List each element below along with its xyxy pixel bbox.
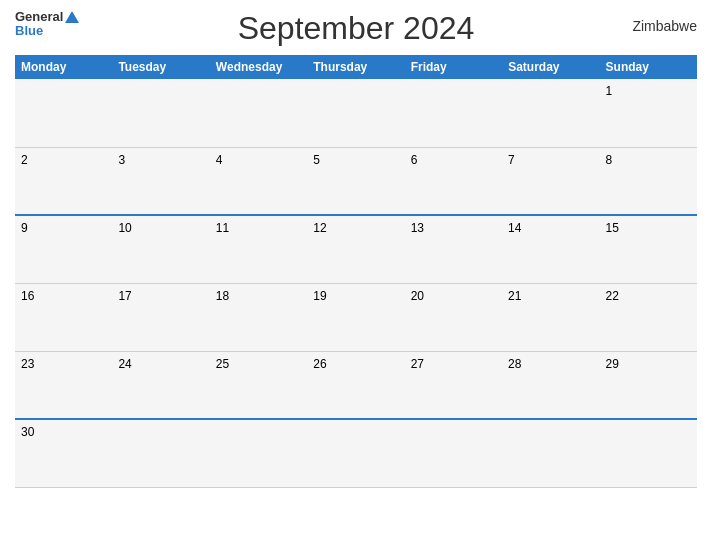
calendar-cell: 25 <box>210 351 307 419</box>
calendar-grid: 1234567891011121314151617181920212223242… <box>15 79 697 488</box>
calendar-cell: 23 <box>15 351 112 419</box>
calendar-title: September 2024 <box>238 10 475 47</box>
calendar-cell: 10 <box>112 215 209 283</box>
day-friday: Friday <box>405 55 502 79</box>
calendar-cell: 20 <box>405 283 502 351</box>
logo-general-text: General <box>15 10 63 24</box>
day-sunday: Sunday <box>600 55 697 79</box>
calendar-cell: 12 <box>307 215 404 283</box>
calendar-cell: 5 <box>307 147 404 215</box>
calendar-cell <box>405 419 502 487</box>
calendar-cell: 28 <box>502 351 599 419</box>
calendar-cell: 16 <box>15 283 112 351</box>
calendar-cell <box>600 419 697 487</box>
day-thursday: Thursday <box>307 55 404 79</box>
calendar-cell <box>502 419 599 487</box>
calendar-cell: 27 <box>405 351 502 419</box>
calendar-cell: 22 <box>600 283 697 351</box>
calendar-cell: 30 <box>15 419 112 487</box>
calendar-cell: 8 <box>600 147 697 215</box>
calendar-cell: 18 <box>210 283 307 351</box>
calendar-header: General Blue September 2024 Zimbabwe <box>15 10 697 47</box>
day-monday: Monday <box>15 55 112 79</box>
calendar-cell <box>405 79 502 147</box>
calendar-cell: 26 <box>307 351 404 419</box>
calendar-cell <box>502 79 599 147</box>
calendar-cell: 14 <box>502 215 599 283</box>
calendar-cell <box>307 419 404 487</box>
day-saturday: Saturday <box>502 55 599 79</box>
calendar-cell <box>15 79 112 147</box>
days-header: Monday Tuesday Wednesday Thursday Friday… <box>15 55 697 79</box>
calendar-cell: 15 <box>600 215 697 283</box>
day-wednesday: Wednesday <box>210 55 307 79</box>
calendar-container: General Blue September 2024 Zimbabwe Mon… <box>0 0 712 550</box>
calendar-cell <box>307 79 404 147</box>
calendar-cell: 11 <box>210 215 307 283</box>
calendar-cell: 4 <box>210 147 307 215</box>
logo: General Blue <box>15 10 79 39</box>
calendar-cell: 13 <box>405 215 502 283</box>
calendar-cell <box>112 79 209 147</box>
calendar-cell <box>210 419 307 487</box>
calendar-cell: 29 <box>600 351 697 419</box>
logo-triangle-icon <box>65 11 79 23</box>
calendar-cell: 24 <box>112 351 209 419</box>
calendar-cell: 1 <box>600 79 697 147</box>
calendar-cell: 19 <box>307 283 404 351</box>
logo-blue-text: Blue <box>15 24 43 38</box>
calendar-cell: 2 <box>15 147 112 215</box>
calendar-cell: 9 <box>15 215 112 283</box>
country-label: Zimbabwe <box>632 18 697 34</box>
calendar-cell: 21 <box>502 283 599 351</box>
calendar-cell: 3 <box>112 147 209 215</box>
calendar-cell: 17 <box>112 283 209 351</box>
day-tuesday: Tuesday <box>112 55 209 79</box>
calendar-cell: 7 <box>502 147 599 215</box>
calendar-cell <box>210 79 307 147</box>
calendar-cell: 6 <box>405 147 502 215</box>
calendar-cell <box>112 419 209 487</box>
